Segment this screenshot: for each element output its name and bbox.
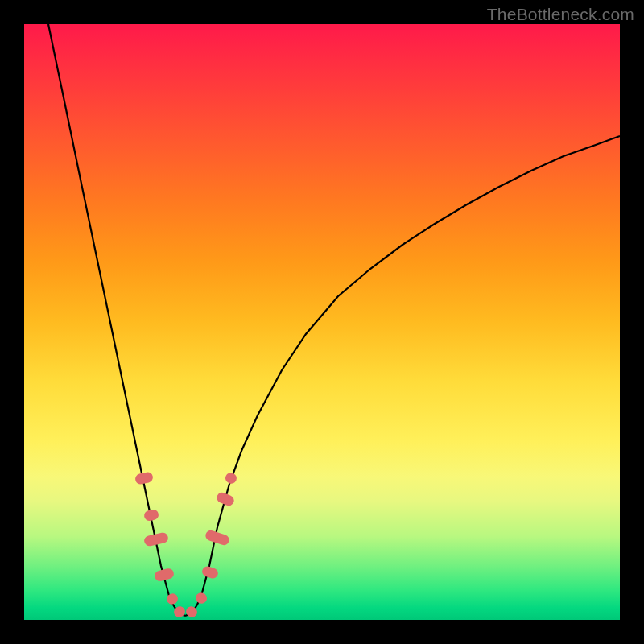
watermark-text: TheBottleneck.com: [487, 5, 634, 24]
gradient-plot-area: [24, 24, 620, 620]
